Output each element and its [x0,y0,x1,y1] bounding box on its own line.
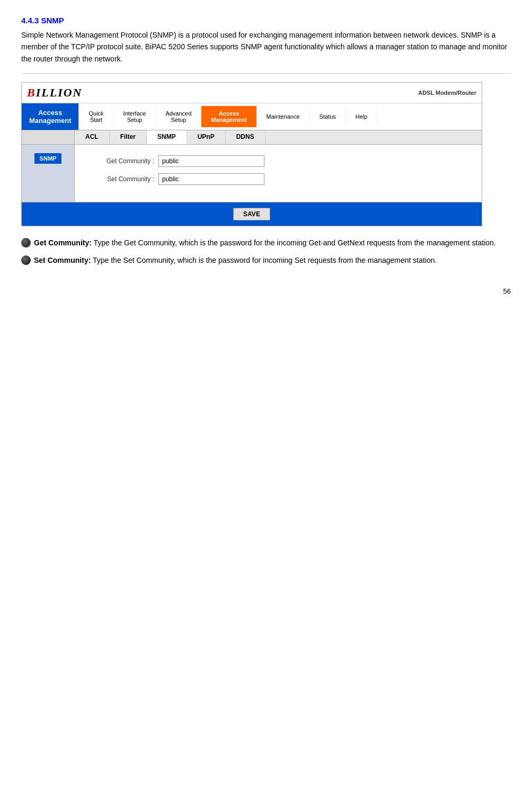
nav-item-quick-start[interactable]: QuickStart [79,106,113,127]
get-community-row: Get Community : [91,155,466,167]
content-main: Get Community : Set Community : [75,145,482,202]
sub-tab-upnp[interactable]: UPnP [187,130,226,144]
get-community-label: Get Community : [91,157,154,165]
get-community-desc: Get Community: Type the Get Community, w… [21,237,511,249]
get-community-term: Get Community: [34,238,92,247]
nav-item-access-management[interactable]: AccessManagement [201,106,256,127]
sub-tab-ddns[interactable]: DDNS [226,130,265,144]
description-section: Get Community: Type the Get Community, w… [21,237,511,266]
bullet-icon-set [21,255,31,265]
save-row: SAVE [22,202,482,226]
set-community-term: Set Community: [34,256,91,264]
device-type-label: ADSL Modem/Router [418,90,476,96]
billion-logo: BILLION [27,86,82,100]
content-sidebar-label: SNMP [34,153,62,164]
content-sidebar: SNMP [22,145,75,202]
main-nav-row: Access Management QuickStart InterfaceSe… [22,103,482,130]
sub-tab-filter[interactable]: Filter [110,130,147,144]
sub-tab-snmp[interactable]: SNMP [147,130,187,144]
section-divider [21,73,511,74]
get-community-desc-text: Get Community: Type the Get Community, w… [34,237,496,249]
set-community-desc-body: Type the Set Community, which is the pas… [93,256,437,264]
page-number: 56 [21,287,511,295]
nav-items-container: QuickStart InterfaceSetup AdvancedSetup … [78,103,482,130]
nav-item-help[interactable]: Help [346,109,378,124]
set-community-label: Set Community : [91,175,154,183]
router-header: BILLION ADSL Modem/Router [22,83,482,103]
sub-tabs-spacer [22,130,75,144]
nav-item-maintenance[interactable]: Maintenance [257,109,310,124]
nav-item-status[interactable]: Status [310,109,346,124]
nav-item-advanced-setup[interactable]: AdvancedSetup [156,106,201,127]
intro-paragraph: Simple Network Management Protocol (SNMP… [21,29,511,65]
get-community-desc-body: Type the Get Community, which is the pas… [94,238,496,247]
save-button[interactable]: SAVE [233,208,270,220]
set-community-desc-text: Set Community: Type the Set Community, w… [34,254,437,266]
sub-tabs-container: ACL Filter SNMP UPnP DDNS [75,130,482,144]
set-community-desc: Set Community: Type the Set Community, w… [21,254,511,266]
set-community-input[interactable] [158,173,264,185]
get-community-input[interactable] [158,155,264,167]
bullet-icon-get [21,238,31,247]
sub-tab-acl[interactable]: ACL [75,130,110,144]
router-ui-panel: BILLION ADSL Modem/Router Access Managem… [21,82,482,226]
sub-tabs-row: ACL Filter SNMP UPnP DDNS [22,130,482,145]
nav-sidebar-access-management[interactable]: Access Management [22,103,78,130]
section-title: 4.4.3 SNMP [21,16,511,25]
nav-item-interface-setup[interactable]: InterfaceSetup [114,106,156,127]
content-area: SNMP Get Community : Set Community : [22,145,482,202]
set-community-row: Set Community : [91,173,466,185]
